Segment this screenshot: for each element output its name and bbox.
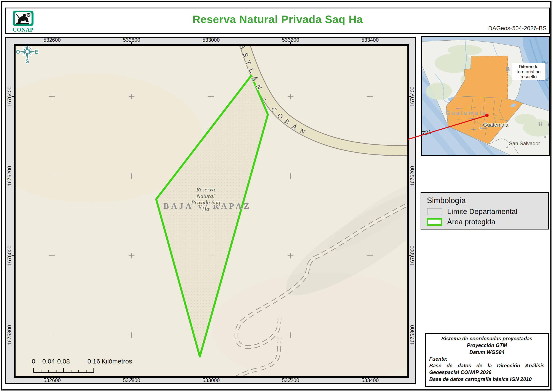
coordinate-tick <box>370 378 370 380</box>
coordinate-tick <box>12 176 14 176</box>
svg-text:Reserva: Reserva <box>196 186 215 193</box>
belize-label-fragment: B <box>505 66 510 73</box>
coordinate-tick <box>12 335 14 335</box>
document-code: DAGeos-504-2026-BS <box>488 25 546 32</box>
compass-e: E <box>35 49 38 55</box>
coordinate-tick <box>12 96 14 97</box>
department-limit-swatch <box>427 208 442 215</box>
source-line: Base de datos cartografía básica IGN 201… <box>429 376 545 383</box>
compass-o: O <box>16 49 20 55</box>
conap-logo-wordmark: CONAP <box>10 27 36 33</box>
svg-text:0: 0 <box>32 358 35 365</box>
coordinate-system-info: Sistema de coordenadas proyectadas Proye… <box>425 333 549 387</box>
coordinate-tick <box>52 378 52 380</box>
honduras-label-fragment: H o <box>538 121 549 127</box>
san-salvador-label: San Salvador <box>509 140 540 146</box>
svg-text:Privada Saq: Privada Saq <box>191 199 220 206</box>
legend-item-label: Área protegida <box>447 218 495 226</box>
map-canvas: ASTLÁN - COBÁN BAJA VERAPAZ Reserva Natu… <box>14 44 409 378</box>
capital-city-dot <box>480 127 482 129</box>
projection-line: Datum WGS84 <box>429 349 545 356</box>
coordinate-tick <box>409 255 411 256</box>
compass-s: S <box>26 58 29 64</box>
map-sheet: CONAP Reserva Natural Privada Saq Ha DAG… <box>0 0 553 392</box>
coordinate-tick <box>12 255 14 256</box>
coordinate-tick <box>211 378 211 380</box>
capital-city-label: Guatemala <box>483 122 509 128</box>
coordinate-tick <box>290 378 291 380</box>
source-line: Base de datos de la Dirección Análisis G… <box>429 362 545 376</box>
legend-item-label: Límite Departamental <box>447 207 517 216</box>
coordinate-tick <box>409 335 411 335</box>
location-inset-map: B Gu Hond Guatemala Guatemala San Salvad… <box>421 36 550 156</box>
territorial-dispute-note: Diferendo territorial no resuelto <box>512 63 546 80</box>
projection-line: Proyección GTM <box>429 342 545 349</box>
city-dot <box>506 146 509 149</box>
projection-line: Sistema de coordenadas proyectadas <box>429 335 545 342</box>
svg-text:0.08: 0.08 <box>57 358 70 365</box>
legend-title: Simbología <box>427 196 548 205</box>
svg-text:0.16: 0.16 <box>88 358 100 365</box>
basemap: ASTLÁN - COBÁN BAJA VERAPAZ Reserva Natu… <box>15 46 408 376</box>
page-title: Reserva Natural Privada Saq Ha <box>6 13 549 26</box>
legend-item-area-protegida: Área protegida <box>427 218 548 226</box>
coordinate-tick <box>131 378 132 380</box>
scale-unit: Kilómetros <box>102 358 132 365</box>
header: CONAP Reserva Natural Privada Saq Ha DAG… <box>5 7 550 34</box>
legend: Simbología Límite Departamental Área pro… <box>421 192 549 230</box>
svg-text:Natural: Natural <box>196 193 215 199</box>
fuente-label: Fuente: <box>429 356 545 362</box>
svg-text:Ha: Ha <box>202 206 209 212</box>
protected-area-swatch <box>427 218 442 226</box>
svg-text:0.04: 0.04 <box>42 358 55 365</box>
city-dot <box>544 136 546 138</box>
legend-item-limite-departamental: Límite Departamental <box>427 207 548 216</box>
coordinate-tick <box>409 96 411 97</box>
country-label: Guatemala <box>445 110 487 116</box>
coordinate-tick <box>409 176 411 176</box>
